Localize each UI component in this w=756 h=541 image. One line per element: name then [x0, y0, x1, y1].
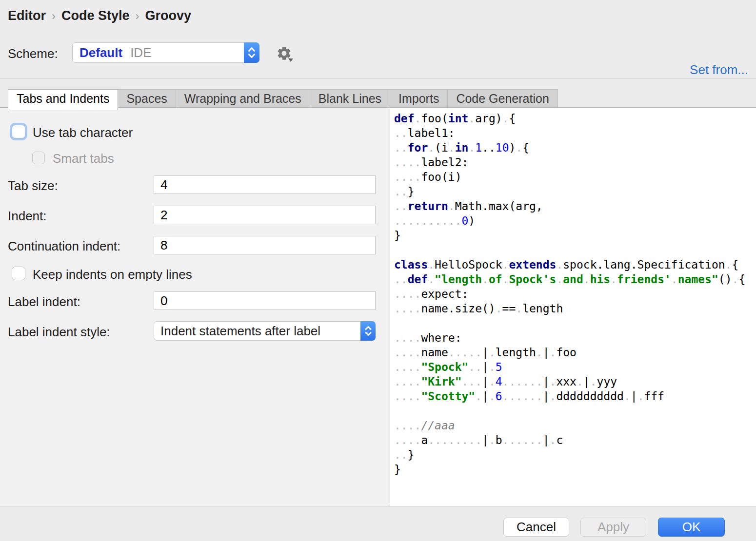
breadcrumb-editor[interactable]: Editor — [8, 8, 46, 23]
code-token-ws: .. — [394, 273, 408, 286]
code-token-ws: . — [671, 273, 678, 286]
code-token-ws: . — [732, 273, 739, 286]
tab-wrapping-and-braces[interactable]: Wrapping and Braces — [176, 89, 310, 107]
code-token-ws: .... — [394, 419, 421, 432]
code-token-ws: . — [725, 258, 732, 271]
code-token-ws: .. — [394, 200, 408, 213]
code-token-str: "length — [435, 273, 482, 286]
ok-button[interactable]: OK — [658, 518, 725, 537]
code-token-pl: { — [738, 273, 745, 286]
code-token-num: 0 — [461, 214, 468, 227]
code-token-str: Spock's — [509, 273, 556, 286]
keep-indents-checkbox[interactable] — [12, 267, 25, 280]
header-divider — [0, 78, 756, 79]
tab-blank-lines[interactable]: Blank Lines — [310, 89, 390, 107]
code-token-ws: .... — [394, 302, 421, 315]
code-preview-panel: def.foo(int.arg).{..label1:..for.(i.in.1… — [390, 108, 756, 506]
tab-tabs-and-indents[interactable]: Tabs and Indents — [8, 89, 118, 110]
code-token-pl: | — [482, 375, 489, 388]
code-token-pl: foo — [556, 346, 577, 359]
code-token-kw: in — [455, 141, 469, 154]
code-token-ws: . — [516, 302, 522, 315]
code-token-pl: | — [631, 390, 637, 403]
code-token-pl: length — [522, 302, 563, 315]
code-token-pl: | — [583, 375, 590, 388]
code-token-kw: int — [448, 112, 469, 125]
combo-stepper-icon[interactable] — [244, 42, 259, 63]
code-token-ws: . — [489, 361, 496, 373]
tab-spaces[interactable]: Spaces — [118, 89, 176, 107]
code-token-pl: ) — [509, 141, 516, 154]
code-token-pl: () — [718, 273, 732, 286]
code-line: ...."Kirk"...|.4......|.xxx.|.yyy — [394, 374, 745, 389]
code-token-ws: . — [550, 390, 557, 403]
code-token-pl: | — [543, 390, 550, 403]
scheme-select[interactable]: DefaultIDE — [72, 42, 259, 63]
tab-size-input[interactable]: 4 — [154, 175, 376, 194]
set-from-link[interactable]: Set from... — [690, 62, 748, 77]
code-token-ws: .. — [394, 127, 408, 139]
code-token-kw: return — [408, 200, 448, 213]
code-line: } — [394, 462, 745, 477]
breadcrumb-groovy: Groovy — [145, 8, 192, 23]
code-token-ws: . — [550, 375, 557, 388]
code-token-pl: b — [496, 434, 502, 446]
code-token-pl: xxx — [556, 375, 577, 388]
tab-imports[interactable]: Imports — [390, 89, 448, 107]
code-token-ws: . — [482, 273, 489, 286]
settings-panel: Use tab character Smart tabs Tab size: 4… — [0, 108, 389, 506]
code-line: ...."Scotty".|.6......|.dddddddddd.|.fff — [394, 389, 745, 404]
label-indent-style-select[interactable]: Indent statements after label — [154, 321, 376, 341]
code-token-cmt: //aaa — [421, 419, 455, 432]
code-line: def.foo(int.arg).{ — [394, 111, 745, 126]
code-token-str: his — [590, 273, 611, 286]
code-token-ws: . — [489, 346, 496, 359]
code-line: ....where: — [394, 330, 745, 345]
scheme-settings-button[interactable] — [276, 45, 296, 65]
code-token-pl: | — [543, 375, 550, 388]
breadcrumb-code-style[interactable]: Code Style — [61, 8, 130, 23]
code-token-ws: .. — [394, 141, 408, 154]
code-token-ws: .......... — [394, 214, 461, 227]
code-token-pl: where: — [421, 331, 461, 344]
code-token-kw: extends — [509, 258, 556, 271]
code-token-ws: .. — [468, 361, 482, 373]
code-token-ws: .... — [394, 156, 421, 169]
code-token-ws: .... — [394, 171, 421, 183]
code-token-pl: name.size() — [421, 302, 495, 315]
indent-input[interactable]: 2 — [154, 206, 376, 224]
use-tab-character-checkbox[interactable] — [12, 125, 25, 138]
continuation-indent-input[interactable]: 8 — [154, 236, 376, 254]
smart-tabs-label: Smart tabs — [53, 151, 114, 166]
code-token-pl: | — [482, 390, 489, 403]
code-line: ...."Spock"..|.5 — [394, 360, 745, 374]
code-line: ....foo(i) — [394, 170, 745, 184]
code-token-ws: . — [496, 302, 502, 315]
code-token-pl: label2: — [421, 156, 468, 169]
code-token-pl: dddddddddd — [556, 390, 623, 403]
code-token-pl: | — [482, 346, 489, 359]
code-line: ..........0) — [394, 213, 745, 228]
code-token-pl: | — [482, 361, 489, 373]
code-token-str: and — [563, 273, 583, 286]
code-token-ws: . — [536, 346, 543, 359]
tab-code-generation[interactable]: Code Generation — [448, 89, 557, 107]
code-token-kw: class — [394, 258, 428, 271]
scheme-label: Scheme: — [8, 46, 58, 61]
code-line — [394, 243, 745, 257]
code-token-pl: | — [543, 346, 550, 359]
code-token-ws: . — [489, 375, 496, 388]
label-indent-style-value: Indent statements after label — [160, 322, 320, 340]
cancel-button[interactable]: Cancel — [503, 518, 569, 537]
label-indent-input[interactable]: 0 — [154, 291, 376, 310]
code-line — [394, 316, 745, 330]
code-token-pl: a — [421, 434, 428, 446]
code-token-ws: ... — [461, 375, 482, 388]
code-token-ws: ...... — [502, 434, 543, 446]
label-indent-style-label: Label indent style: — [8, 325, 110, 340]
apply-button[interactable]: Apply — [580, 518, 646, 537]
code-line: ..for.(i.in.1..10).{ — [394, 140, 745, 155]
code-token-ws: . — [577, 375, 583, 388]
tab-bar: Tabs and Indents Spaces Wrapping and Bra… — [0, 89, 756, 108]
code-token-pl: ) — [468, 214, 475, 227]
